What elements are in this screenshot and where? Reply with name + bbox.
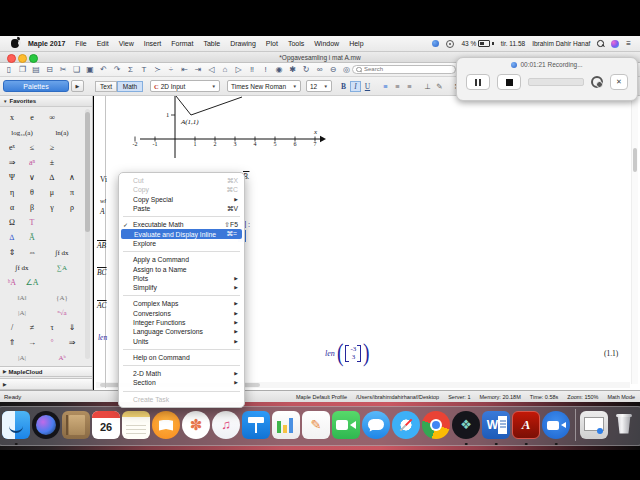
- palette-symbol[interactable]: e: [22, 110, 42, 125]
- palette-symbol[interactable]: ∆: [2, 230, 22, 245]
- insert-prompt-icon[interactable]: ≻: [153, 65, 163, 75]
- menu-item-2d-math[interactable]: ✓ 2-D Math ▶: [120, 369, 243, 378]
- menubar-clock[interactable]: tir. 11.58: [501, 40, 525, 47]
- italic-button[interactable]: I: [350, 81, 361, 92]
- palettes-expand-button[interactable]: ▶: [71, 80, 84, 92]
- numbers-icon[interactable]: [271, 407, 301, 445]
- pencil-tool-icon[interactable]: ✎: [434, 81, 445, 92]
- context-menu-item[interactable]: ✓ ▶: [123, 216, 240, 217]
- palette-symbol[interactable]: ρ: [62, 200, 82, 215]
- palette-symbol[interactable]: ‖A‖: [2, 290, 42, 305]
- palette-symbol[interactable]: ±: [42, 155, 62, 170]
- align-center-button[interactable]: ≡: [392, 81, 403, 92]
- palette-symbol[interactable]: Ā: [22, 230, 42, 245]
- context-menu-item[interactable]: ✓ ▶: [123, 295, 240, 296]
- home-icon[interactable]: ⌂: [220, 65, 230, 75]
- palette-symbol[interactable]: ∧: [62, 170, 82, 185]
- menubar-menu[interactable]: Drawing: [230, 40, 256, 47]
- itunes-icon[interactable]: ♫: [211, 407, 241, 445]
- interrupt-icon[interactable]: ✱: [288, 65, 298, 75]
- siri-icon[interactable]: [31, 407, 61, 445]
- menubar-menu[interactable]: Insert: [144, 40, 162, 47]
- palette-symbol[interactable]: ∞: [42, 110, 62, 125]
- context-menu-item[interactable]: ✓ ▶: [123, 365, 240, 366]
- menubar-menu[interactable]: Format: [171, 40, 193, 47]
- palette-symbol[interactable]: [42, 230, 62, 245]
- context-menu-item[interactable]: ✓ ▶: [123, 251, 240, 252]
- palette-symbol[interactable]: Ψ: [2, 170, 22, 185]
- trash-icon[interactable]: [609, 407, 639, 445]
- insert-text-icon[interactable]: T: [139, 65, 149, 75]
- palette-symbol[interactable]: ∠A: [22, 275, 42, 290]
- pages-icon[interactable]: ✎: [301, 407, 331, 445]
- execute-icon[interactable]: !: [261, 65, 271, 75]
- palette-symbol[interactable]: [62, 215, 82, 230]
- text-mode-button[interactable]: Text: [95, 81, 117, 92]
- palette-symbol[interactable]: ᵇA: [2, 275, 22, 290]
- palette-symbol[interactable]: [62, 140, 82, 155]
- menu-item-assign-to-a-name[interactable]: ✓ Assign to a Name ▶: [120, 264, 243, 273]
- menu-item-apply-a-command[interactable]: ✓ Apply a Command ▶: [120, 255, 243, 264]
- menu-item-language-conversions[interactable]: ✓ Language Conversions ▶: [120, 327, 243, 336]
- keynote-icon[interactable]: [241, 407, 271, 445]
- palette-symbol[interactable]: ⇔: [22, 245, 42, 260]
- search-input[interactable]: [352, 65, 456, 74]
- palette-symbol[interactable]: Ω: [2, 215, 22, 230]
- palette-symbol[interactable]: |A|: [2, 305, 42, 320]
- palette-symbol[interactable]: Aᵇ: [42, 350, 82, 365]
- menu-item-copy-special[interactable]: ✓ Copy Special ▶: [120, 195, 243, 204]
- copy-icon[interactable]: ❏: [72, 65, 82, 75]
- palette-symbol[interactable]: [62, 230, 82, 245]
- palette-symbol[interactable]: /: [2, 320, 22, 335]
- palette-symbol[interactable]: log₁₀(a): [2, 125, 42, 140]
- palette-symbol[interactable]: →: [22, 335, 42, 350]
- restart-icon[interactable]: ↻: [301, 65, 311, 75]
- menu-item-create-task[interactable]: ✓ Create Task ▶: [120, 395, 243, 404]
- vertical-scrollbar[interactable]: [631, 98, 638, 384]
- facetime-icon[interactable]: [331, 407, 361, 445]
- palette-symbol[interactable]: γ: [42, 200, 62, 215]
- palette-symbol[interactable]: aⁿ: [22, 155, 42, 170]
- word-icon[interactable]: W: [481, 407, 511, 445]
- menu-item-integer-functions[interactable]: ✓ Integer Functions ▶: [120, 318, 243, 327]
- notification-center-icon[interactable]: ≡: [626, 40, 631, 48]
- palette-symbol[interactable]: ln(a): [42, 125, 82, 140]
- notes-icon[interactable]: [121, 407, 151, 445]
- palette-symbol[interactable]: β: [22, 200, 42, 215]
- palette-symbol[interactable]: ⇒: [62, 335, 82, 350]
- spotlight-search-icon[interactable]: [597, 40, 604, 47]
- clipped-palette-header[interactable]: ▶: [0, 378, 93, 390]
- menubar-menu[interactable]: Tools: [288, 40, 304, 47]
- menu-item-help-on-command[interactable]: ✓ Help on Command ▶: [120, 353, 243, 362]
- maplecloud-palette-header[interactable]: ▶ MapleCloud: [0, 366, 93, 377]
- menu-item-conversions[interactable]: ✓ Conversions ▶: [120, 309, 243, 318]
- execute-all-icon[interactable]: ‼: [247, 65, 257, 75]
- palette-symbol[interactable]: [42, 275, 62, 290]
- palette-symbol[interactable]: ∑A: [42, 260, 82, 275]
- insert-section-icon[interactable]: ÷: [166, 65, 176, 75]
- menubar-menu[interactable]: Help: [349, 40, 363, 47]
- menu-item-explore[interactable]: ✓ Explore ▶: [120, 239, 243, 248]
- menubar-menu[interactable]: Edit: [97, 40, 109, 47]
- palette-symbol[interactable]: ≠: [22, 320, 42, 335]
- new-document-icon[interactable]: ▯: [4, 65, 14, 75]
- outdent-icon[interactable]: ⇤: [180, 65, 190, 75]
- palette-symbol[interactable]: η: [2, 185, 22, 200]
- menu-item-plots[interactable]: ✓ Plots ▶: [120, 274, 243, 283]
- menubar-menu[interactable]: File: [75, 40, 86, 47]
- context-menu-item[interactable]: ✓ ▶: [123, 391, 240, 392]
- battery-indicator[interactable]: 43 %: [461, 40, 493, 47]
- palette-symbol[interactable]: ∫f dx: [42, 245, 82, 260]
- zoom-reset-icon[interactable]: ◎: [342, 65, 352, 75]
- zoom-out-icon[interactable]: ⊖: [328, 65, 338, 75]
- menu-item-evaluate-and-display-inline[interactable]: ✓ Evaluate and Display Inline ⌘= ▶: [121, 229, 242, 238]
- menu-item-simplify[interactable]: ✓ Simplify ▶: [120, 283, 243, 292]
- palette-symbol[interactable]: θ: [22, 185, 42, 200]
- menubar-menu[interactable]: Plot: [266, 40, 278, 47]
- palette-symbol[interactable]: T: [22, 215, 42, 230]
- close-recording-button[interactable]: ✕: [610, 74, 628, 90]
- vertical-scrollbar-thumb[interactable]: [633, 148, 637, 172]
- palette-symbol[interactable]: ⇑: [2, 335, 22, 350]
- menu-item-units[interactable]: ✓ Units ▶: [120, 336, 243, 345]
- menu-item-section[interactable]: ✓ Section ▶: [120, 378, 243, 387]
